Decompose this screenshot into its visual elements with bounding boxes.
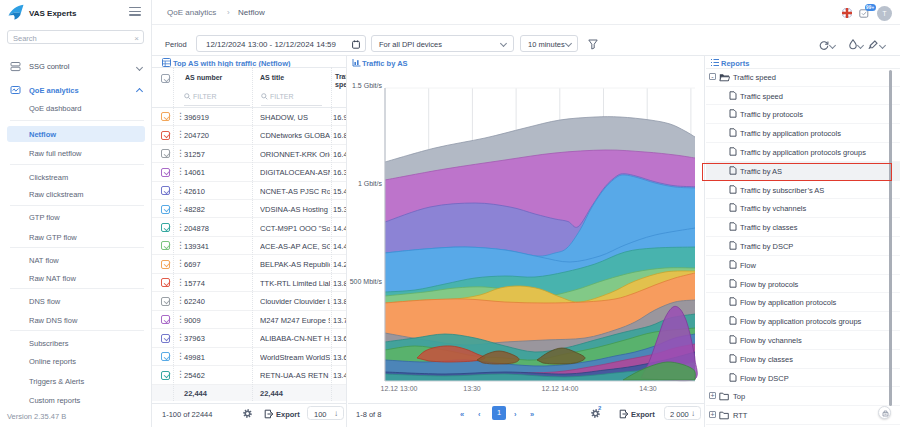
svg-text:1 Gbit/s: 1 Gbit/s <box>358 180 383 187</box>
svg-text:1.5 Gbit/s: 1.5 Gbit/s <box>352 82 382 89</box>
svg-text:14:30: 14:30 <box>639 385 657 392</box>
svg-text:12.12 13:00: 12.12 13:00 <box>381 385 418 392</box>
svg-text:12.12 14:00: 12.12 14:00 <box>542 385 579 392</box>
svg-text:13:30: 13:30 <box>463 385 481 392</box>
svg-text:500 Mbit/s: 500 Mbit/s <box>350 278 383 285</box>
